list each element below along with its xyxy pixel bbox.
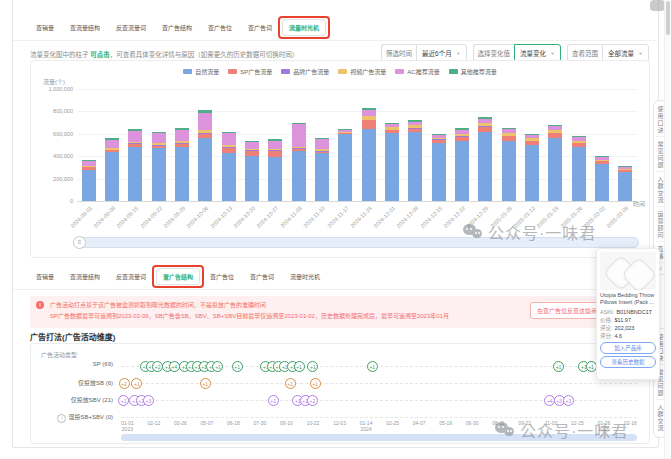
campaign-marker[interactable]: +1 <box>307 361 318 372</box>
tab-查广告词[interactable]: 查广告词 <box>244 269 280 284</box>
x-tick-label: 2024-09-01 <box>69 205 93 229</box>
bar-2024-12-22[interactable] <box>455 128 469 201</box>
tab-查广告词[interactable]: 查广告词 <box>242 20 278 35</box>
chart-zoom-slider[interactable]: ≡ <box>77 237 639 248</box>
campaign-marker[interactable]: +1 <box>232 361 243 372</box>
campaign-marker[interactable]: +1 <box>310 378 321 389</box>
legend-item-品牌广告流量[interactable]: 品牌广告流量 <box>281 67 329 76</box>
product-field: 评论:202,023 <box>600 324 656 332</box>
campaign-marker[interactable]: +1 <box>586 361 597 372</box>
campaign-marker[interactable]: +2 <box>307 395 318 406</box>
campaign-marker[interactable]: +1 <box>553 361 564 372</box>
campaign-marker[interactable]: +3 <box>563 395 574 406</box>
bar-segment-自然流量 <box>408 132 422 201</box>
bar-segment-自然流量 <box>548 138 562 201</box>
campaign-marker[interactable]: +1 <box>200 378 211 389</box>
campaign-marker[interactable]: +1 <box>118 395 129 406</box>
y-axis-title: 流量(个) <box>43 77 65 86</box>
bar-2024-11-17[interactable] <box>338 129 352 201</box>
campaign-marker[interactable]: +1 <box>285 378 296 389</box>
timeline-row-仅投放SBV (21): 仅投放SBV (21)+1+1+1+3+1+1+1+2+4+3+3 <box>31 394 649 406</box>
legend-item-视频广告流量[interactable]: 视频广告流量 <box>338 67 386 76</box>
bar-2024-12-01[interactable] <box>385 123 399 201</box>
section-title-ad-tactics: 广告打法(广告活动维度) <box>30 331 115 342</box>
tab-查广告结构[interactable]: 查广告结构 <box>156 20 198 35</box>
bar-2024-11-24[interactable] <box>362 108 376 201</box>
legend-item-SP广告流量[interactable]: SP广告流量 <box>228 67 272 76</box>
bar-2024-11-10[interactable] <box>315 138 329 201</box>
tab-查广告位[interactable]: 查广告位 <box>204 269 240 284</box>
bar-series <box>77 89 637 201</box>
tab-查流量结构[interactable]: 查流量结构 <box>64 20 106 35</box>
bar-2025-01-12[interactable] <box>525 134 539 201</box>
bar-2024-09-01[interactable] <box>82 160 96 201</box>
campaign-marker[interactable]: +1 <box>294 361 305 372</box>
add-to-library-button[interactable]: 加入产品库 <box>600 342 656 354</box>
timeline-zoom-slider[interactable] <box>121 434 637 441</box>
tick-date: 11-03 <box>545 420 557 426</box>
scrollbar-thumb[interactable] <box>666 1 670 35</box>
bar-2024-09-15[interactable] <box>128 129 142 201</box>
product-title[interactable]: Utopia Bedding Throw Pillows Insert (Pac… <box>600 292 656 306</box>
scrollbar[interactable] <box>664 0 671 459</box>
bar-2024-09-29[interactable] <box>175 128 189 201</box>
bar-2025-01-19[interactable] <box>548 125 562 201</box>
timeline-header: 广告活动类型 <box>41 350 77 359</box>
bar-2024-10-20[interactable] <box>245 141 259 201</box>
bar-2024-12-29[interactable] <box>478 117 492 201</box>
slider-handle-icon[interactable]: ≡ <box>73 236 86 249</box>
notice-line-1: 广告活动打点基于该广告被监测抓取到曝光数据的时间，不是投放广告的准确时间 <box>50 300 266 309</box>
bar-2024-11-03[interactable] <box>292 123 306 201</box>
tab-反查流量词[interactable]: 反查流量词 <box>110 20 152 35</box>
x-tick-label: 2024-10-20 <box>232 205 256 229</box>
campaign-marker[interactable]: +1 <box>131 378 142 389</box>
tab-查广告结构[interactable]: 查广告结构 <box>156 268 200 285</box>
bar-2024-10-13[interactable] <box>222 132 236 201</box>
timeline-track: +2+1+1+1+1 <box>121 383 637 384</box>
x-tick-label: 2024-11-24 <box>349 205 373 229</box>
bar-segment-自然流量 <box>502 141 516 201</box>
bar-2024-09-08[interactable] <box>105 138 119 201</box>
campaign-marker[interactable]: +4 <box>169 361 180 372</box>
tab-查广告位[interactable]: 查广告位 <box>202 20 238 35</box>
campaign-marker[interactable]: +1 <box>212 361 223 372</box>
campaign-marker[interactable]: +3 <box>143 395 154 406</box>
field-value: 4.6 <box>615 332 623 340</box>
tab-查销量[interactable]: 查销量 <box>30 269 60 284</box>
x-tick-label: 2024-12-15 <box>419 205 443 229</box>
campaign-marker[interactable]: +2 <box>119 378 130 389</box>
timeline-tick: 12-03 <box>333 420 346 432</box>
tab-流量时光机[interactable]: 流量时光机 <box>282 19 326 36</box>
tab-查销量[interactable]: 查销量 <box>30 20 60 35</box>
notice-line-2: SP广告数据最早可追溯到2023-02-09，SB广告含SB、SBV、SB+SB… <box>50 311 449 320</box>
x-tick-label: 2024-12-29 <box>465 205 489 229</box>
tab-流量时光机[interactable]: 流量时光机 <box>284 269 326 284</box>
timeline-tick: 01-262025 <box>598 420 611 432</box>
bar-2025-02-02[interactable] <box>595 156 609 201</box>
x-tick-label: 2024-11-17 <box>326 205 350 229</box>
bar-2024-09-22[interactable] <box>152 132 166 201</box>
timeline-tick: 07-30 <box>254 420 267 432</box>
bar-2025-01-26[interactable] <box>572 136 586 201</box>
tab-查流量结构[interactable]: 查流量结构 <box>64 269 106 284</box>
bar-2024-12-08[interactable] <box>408 120 422 201</box>
timeline-tick: 04-07 <box>413 420 426 432</box>
timeline-row-SP (69): SP (69)+1+1+2+1+4+2+1+1+1+1+1+1+1+1+1+1+… <box>31 360 649 372</box>
campaign-marker[interactable]: +1 <box>367 361 378 372</box>
y-tick-label: 400,000 <box>53 153 73 159</box>
bar-2024-10-27[interactable] <box>268 139 282 201</box>
bar-2025-02-09[interactable] <box>618 166 632 201</box>
view-history-button[interactable]: 查看历史数据 <box>600 356 656 368</box>
bar-2024-12-15[interactable] <box>432 134 446 201</box>
timeline-tick: 09-22 <box>518 420 531 432</box>
bar-segment-自然流量 <box>152 148 166 201</box>
tab-反查流量词[interactable]: 反查流量词 <box>110 269 152 284</box>
campaign-marker[interactable]: +1 <box>268 395 279 406</box>
legend-item-自然流量[interactable]: 自然流量 <box>183 67 219 76</box>
bar-segment-自然流量 <box>315 153 329 201</box>
legend-item-其他推荐流量[interactable]: 其他推荐流量 <box>449 67 497 76</box>
legend-item-AC推荐流量[interactable]: AC推荐流量 <box>395 67 439 76</box>
bar-2025-01-05[interactable] <box>502 128 516 201</box>
x-tick-label: 2024-09-08 <box>92 205 116 229</box>
bar-2024-10-06[interactable] <box>198 110 212 201</box>
